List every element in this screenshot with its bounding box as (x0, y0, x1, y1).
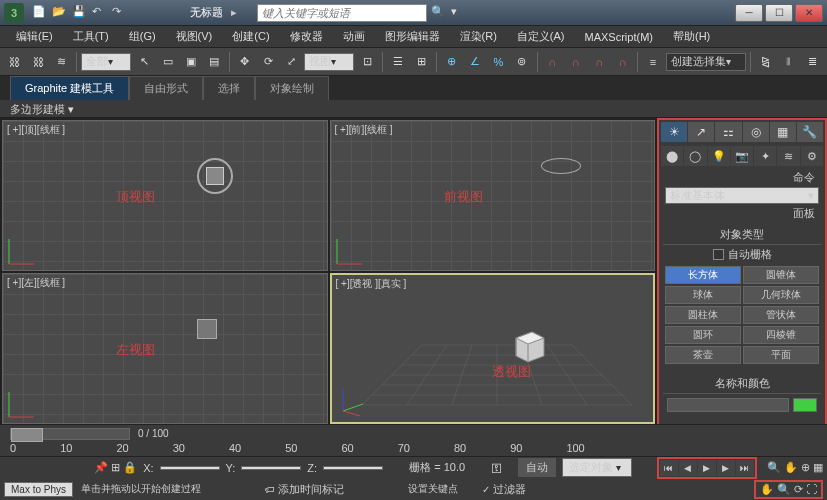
scale-icon[interactable]: ⤢ (281, 51, 302, 73)
prev-frame-icon[interactable]: ◀ (679, 460, 697, 476)
menu-group[interactable]: 组(G) (121, 27, 164, 46)
menu-anim[interactable]: 动画 (335, 27, 373, 46)
unlink-icon[interactable]: ⛓ (27, 51, 48, 73)
maxscript-listener[interactable]: Max to Phys (4, 482, 73, 497)
maximize-button[interactable]: ☐ (765, 4, 793, 22)
btn-teapot[interactable]: 茶壶 (665, 346, 741, 364)
goto-end-icon[interactable]: ⏭ (736, 460, 754, 476)
cmd-tab-motion[interactable]: ◎ (743, 122, 769, 142)
close-button[interactable]: ✕ (795, 4, 823, 22)
btn-cylinder[interactable]: 圆柱体 (665, 306, 741, 324)
autokey-button[interactable]: 自动 (518, 458, 556, 477)
menu-tools[interactable]: 工具(T) (65, 27, 117, 46)
cmd-tab-modify[interactable]: ↗ (688, 122, 714, 142)
cat-spacewarps-icon[interactable]: ≋ (777, 146, 799, 166)
save-icon[interactable]: 💾 (72, 5, 88, 21)
menu-help[interactable]: 帮助(H) (665, 27, 718, 46)
search-go-icon[interactable]: 🔍 (431, 5, 447, 21)
btn-geosphere[interactable]: 几何球体 (743, 286, 819, 304)
viewport-front[interactable]: [ +][前][线框 ] 前视图 (330, 120, 656, 271)
bind-icon[interactable]: ≋ (51, 51, 72, 73)
link-icon[interactable]: ⛓ (4, 51, 25, 73)
percent-snap-icon[interactable]: % (488, 51, 509, 73)
nav-pan-icon[interactable]: ✋ (760, 483, 774, 496)
selection-scope-dropdown[interactable]: 全部 ▾ (81, 53, 131, 71)
cat-systems-icon[interactable]: ⚙ (801, 146, 823, 166)
undo-icon[interactable]: ↶ (92, 5, 108, 21)
cat-shapes-icon[interactable]: ◯ (684, 146, 706, 166)
rotate-icon[interactable]: ⟳ (258, 51, 279, 73)
btn-box[interactable]: 长方体 (665, 266, 741, 284)
viewport-top[interactable]: [ +][顶][线框 ] 顶视图 (2, 120, 328, 271)
object-color-swatch[interactable] (793, 398, 817, 412)
btn-torus[interactable]: 圆环 (665, 326, 741, 344)
cube-object[interactable] (508, 326, 548, 366)
coord-dropdown[interactable]: 视图 ▾ (304, 53, 354, 71)
coord-y-input[interactable] (241, 466, 301, 470)
menu-view[interactable]: 视图(V) (168, 27, 221, 46)
cat-lights-icon[interactable]: 💡 (708, 146, 730, 166)
layers-icon[interactable]: ≣ (802, 51, 823, 73)
setkey-button[interactable]: 设置关键点 (408, 482, 458, 496)
cmd-tab-display[interactable]: ▦ (770, 122, 796, 142)
nav-max-icon[interactable]: ⛶ (806, 483, 817, 496)
cat-cameras-icon[interactable]: 📷 (731, 146, 753, 166)
named-sel-icon[interactable]: ≡ (642, 51, 663, 73)
play-icon[interactable]: ▶ (698, 460, 716, 476)
app-logo[interactable]: 3 (4, 3, 24, 23)
manip-icon[interactable]: ☰ (387, 51, 408, 73)
help-dd-icon[interactable]: ▾ (451, 5, 467, 21)
cat-geometry-icon[interactable]: ⬤ (661, 146, 683, 166)
coord-x-input[interactable] (160, 466, 220, 470)
menu-grapheditor[interactable]: 图形编辑器 (377, 27, 448, 46)
move-icon[interactable]: ✥ (234, 51, 255, 73)
search-input[interactable] (257, 4, 427, 22)
coord-z-input[interactable] (323, 466, 383, 470)
menu-custom[interactable]: 自定义(A) (509, 27, 573, 46)
tab-freeform[interactable]: 自由形式 (129, 76, 203, 100)
cmd-tab-utilities[interactable]: 🔧 (797, 122, 823, 142)
btn-sphere[interactable]: 球体 (665, 286, 741, 304)
btn-pyramid[interactable]: 四棱锥 (743, 326, 819, 344)
cat-helpers-icon[interactable]: ✦ (754, 146, 776, 166)
keyfilter-dropdown[interactable]: 选定对象 ▾ (562, 458, 632, 477)
mirror-icon[interactable]: ⧎ (755, 51, 776, 73)
category-dropdown[interactable]: 标准基本体▾ (665, 187, 819, 204)
nav-zoom-icon[interactable]: 🔍 (777, 483, 791, 496)
magnet2-icon[interactable]: ∩ (565, 51, 586, 73)
btn-plane[interactable]: 平面 (743, 346, 819, 364)
align-icon[interactable]: ⫴ (778, 51, 799, 73)
snap-icon[interactable]: ⊕ (441, 51, 462, 73)
select-icon[interactable]: ↖ (133, 51, 154, 73)
time-slider[interactable] (10, 428, 130, 440)
object-name-input[interactable] (667, 398, 789, 412)
viewport-perspective[interactable]: [ +][透视 ][真实 ] 透视图 (330, 273, 656, 424)
cmd-tab-hierarchy[interactable]: ⚏ (715, 122, 741, 142)
btn-tube[interactable]: 管状体 (743, 306, 819, 324)
magnet3-icon[interactable]: ∩ (588, 51, 609, 73)
nav-orbit-icon[interactable]: ⟳ (794, 483, 803, 496)
viewport-left[interactable]: [ +][左][线框 ] 左视图 (2, 273, 328, 424)
keymode-icon[interactable]: ⊞ (410, 51, 431, 73)
angle-snap-icon[interactable]: ∠ (464, 51, 485, 73)
section-object-type[interactable]: 对象类型 (663, 225, 821, 245)
minimize-button[interactable]: ─ (735, 4, 763, 22)
menu-create[interactable]: 创建(C) (224, 27, 277, 46)
menu-modifier[interactable]: 修改器 (282, 27, 331, 46)
menu-render[interactable]: 渲染(R) (452, 27, 505, 46)
select-name-icon[interactable]: ▤ (204, 51, 225, 73)
ribbon-panel[interactable]: 多边形建模 ▾ (0, 100, 827, 118)
spinner-snap-icon[interactable]: ⊚ (511, 51, 532, 73)
menu-edit[interactable]: 编辑(E) (8, 27, 61, 46)
autogrid-checkbox[interactable] (713, 249, 724, 260)
next-frame-icon[interactable]: ▶ (717, 460, 735, 476)
open-icon[interactable]: 📂 (52, 5, 68, 21)
tab-select[interactable]: 选择 (203, 76, 255, 100)
new-icon[interactable]: 📄 (32, 5, 48, 21)
time-ruler[interactable]: 0102030405060708090100 (0, 442, 827, 456)
selset-dropdown[interactable]: 创建选择集 ▾ (666, 53, 746, 71)
goto-start-icon[interactable]: ⏮ (660, 460, 678, 476)
btn-cone[interactable]: 圆锥体 (743, 266, 819, 284)
redo-icon[interactable]: ↷ (112, 5, 128, 21)
pivot-icon[interactable]: ⊡ (356, 51, 377, 73)
